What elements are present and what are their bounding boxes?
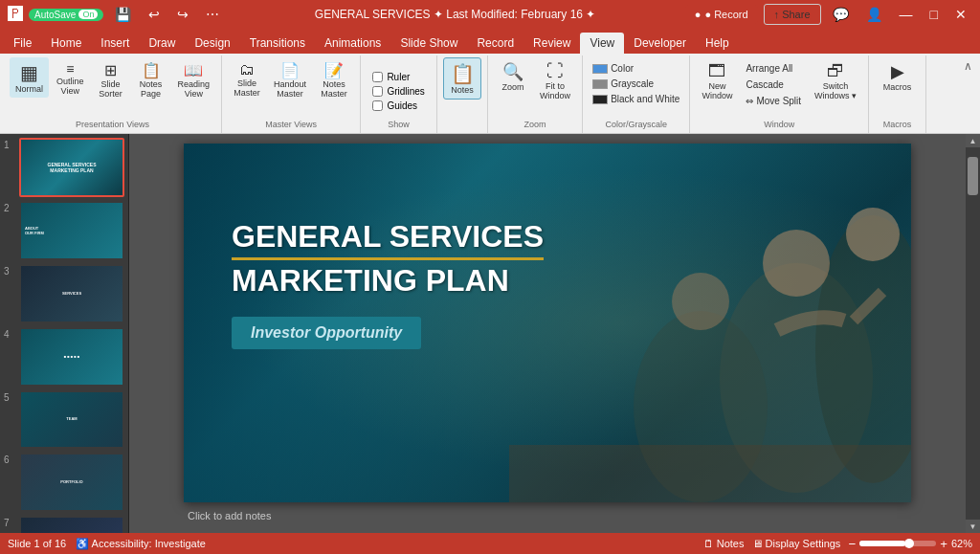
color-button[interactable]: Color (589, 61, 637, 76)
close-button[interactable]: ✕ (949, 5, 972, 24)
autosave-toggle[interactable]: On (78, 10, 98, 19)
show-group: Ruler Gridlines Guides Show (361, 55, 437, 133)
notes-button[interactable]: 📋 Notes (443, 57, 481, 100)
zoom-out-button[interactable]: − (848, 537, 856, 551)
normal-view-button[interactable]: ▦ Normal (10, 57, 49, 98)
slide-thumb-3[interactable]: 3 SERVICES (4, 264, 124, 323)
guides-checkbox[interactable]: Guides (372, 100, 417, 111)
cascade-button[interactable]: Cascade (742, 78, 805, 92)
new-window-button[interactable]: 🗔 NewWindow (696, 57, 738, 104)
display-settings-icon: 🖥 (752, 538, 763, 549)
gridlines-checkbox[interactable]: Gridlines (372, 86, 424, 97)
redo-button[interactable]: ↪ (171, 5, 194, 24)
zoom-slider-thumb[interactable] (904, 539, 914, 548)
zoom-button[interactable]: 🔍 Zoom (494, 57, 532, 96)
tab-developer[interactable]: Developer (624, 33, 696, 54)
outline-view-button[interactable]: ≡ OutlineView (51, 57, 90, 100)
tab-slideshow[interactable]: Slide Show (390, 33, 467, 54)
tab-help[interactable]: Help (696, 33, 739, 54)
master-views-group: 🗂 SlideMaster 📄 HandoutMaster 📝 NotesMas… (222, 55, 361, 133)
notes-status-button[interactable]: 🗒 Notes (703, 538, 745, 549)
zoom-in-button[interactable]: + (940, 537, 947, 551)
svg-rect-6 (509, 445, 911, 502)
zoom-items: 🔍 Zoom ⛶ Fit toWindow (494, 57, 576, 120)
handout-master-icon: 📄 (280, 61, 300, 79)
tab-transitions[interactable]: Transitions (240, 33, 315, 54)
switch-windows-icon: 🗗 (827, 61, 844, 81)
tab-review[interactable]: Review (523, 33, 580, 54)
slide-number-1: 1 (4, 138, 15, 150)
tab-record[interactable]: Record (467, 33, 523, 54)
slide-thumb-6[interactable]: 6 PORTFOLIO (4, 453, 124, 512)
arrange-all-button[interactable]: Arrange All (742, 61, 805, 76)
slide-panel[interactable]: 1 GENERAL SERVICESMARKETING PLAN 2 ABOUT… (0, 134, 129, 533)
gridlines-check[interactable] (372, 86, 383, 97)
grayscale-button[interactable]: Grayscale (589, 77, 657, 91)
slide-master-button[interactable]: 🗂 SlideMaster (228, 57, 266, 101)
slide-sorter-button[interactable]: ⊞ SlideSorter (92, 57, 130, 102)
slide-canvas[interactable]: GENERAL SERVICES MARKETING PLAN Investor… (184, 144, 911, 502)
tab-insert[interactable]: Insert (91, 33, 139, 54)
color-grayscale-group: Color Grayscale Black and White Color/Gr… (583, 55, 690, 133)
move-split-button[interactable]: ⇔ Move Split (742, 94, 805, 108)
slide-thumb-1[interactable]: 1 GENERAL SERVICESMARKETING PLAN (4, 138, 124, 197)
user-button[interactable]: 👤 (860, 5, 888, 24)
black-white-button[interactable]: Black and White (589, 92, 683, 106)
handout-master-label: HandoutMaster (274, 79, 306, 99)
grayscale-swatch (592, 79, 608, 89)
guides-check[interactable] (372, 100, 383, 111)
record-button-top[interactable]: ● ● Record (685, 5, 758, 24)
minimize-button[interactable]: — (894, 5, 919, 24)
title-bar-left: 🅿 AutoSave On 💾 ↩ ↪ ⋯ (8, 5, 225, 24)
black-white-label: Black and White (611, 94, 679, 104)
accessibility-text: Accessibility: Investigate (92, 538, 206, 549)
slide-image-6[interactable]: PORTFOLIO (19, 453, 124, 512)
macros-button[interactable]: ▶ Macros (878, 57, 918, 96)
tab-draw[interactable]: Draw (139, 33, 185, 54)
scroll-thumb[interactable] (968, 157, 978, 195)
ruler-checkbox[interactable]: Ruler (372, 72, 410, 82)
notes-master-button[interactable]: 📝 NotesMaster (314, 57, 354, 102)
save-button[interactable]: 💾 (109, 5, 137, 24)
scroll-up-button[interactable]: ▲ (966, 134, 980, 147)
presentation-views-label: Presentation Views (76, 120, 149, 131)
collapse-ribbon-button[interactable]: ∧ (964, 59, 972, 73)
autosave-badge[interactable]: AutoSave On (29, 9, 103, 21)
notes-page-button[interactable]: 📋 NotesPage (132, 57, 170, 102)
comments-button[interactable]: 💬 (827, 5, 855, 24)
tab-home[interactable]: Home (41, 33, 91, 54)
window-title: GENERAL SERVICES ✦ Last Modified: Februa… (315, 8, 595, 21)
maximize-button[interactable]: □ (924, 5, 944, 24)
customize-toolbar-button[interactable]: ⋯ (200, 5, 225, 24)
tab-animations[interactable]: Animations (315, 33, 390, 54)
notes-area[interactable]: Click to add notes (184, 508, 911, 523)
slide-image-1[interactable]: GENERAL SERVICESMARKETING PLAN (19, 138, 124, 197)
switch-windows-button[interactable]: 🗗 SwitchWindows ▾ (809, 57, 862, 104)
slide-number-6: 6 (4, 453, 15, 465)
undo-button[interactable]: ↩ (143, 5, 166, 24)
tab-view[interactable]: View (580, 33, 624, 54)
notes-placeholder-text: Click to add notes (188, 510, 271, 521)
zoom-slider[interactable] (859, 541, 936, 546)
color-label: Color (611, 63, 634, 74)
slide-image-7[interactable]: CONTACT (19, 516, 124, 533)
tab-file[interactable]: File (4, 33, 41, 54)
display-settings-button[interactable]: 🖥 Display Settings (752, 538, 841, 549)
tab-design[interactable]: Design (185, 33, 239, 54)
slide-image-4[interactable]: ■ ■ ■ ■ ■ (19, 327, 124, 387)
slide-thumb-7[interactable]: 7 CONTACT (4, 516, 124, 533)
scroll-track[interactable] (966, 147, 980, 520)
ruler-check[interactable] (372, 72, 383, 82)
slide-image-5[interactable]: TEAM (19, 390, 124, 450)
slide-image-3[interactable]: SERVICES (19, 264, 124, 323)
fit-to-window-button[interactable]: ⛶ Fit toWindow (534, 57, 576, 104)
slide-image-2[interactable]: ABOUTOUR FIRM (19, 201, 124, 260)
reading-view-button[interactable]: 📖 ReadingView (172, 57, 216, 102)
window-group: 🗔 NewWindow Arrange All Cascade ⇔ Move S… (690, 55, 869, 133)
scroll-down-button[interactable]: ▼ (966, 520, 980, 533)
slide-thumb-5[interactable]: 5 TEAM (4, 390, 124, 450)
slide-thumb-2[interactable]: 2 ABOUTOUR FIRM (4, 201, 124, 260)
handout-master-button[interactable]: 📄 HandoutMaster (268, 57, 312, 102)
slide-thumb-4[interactable]: 4 ■ ■ ■ ■ ■ (4, 327, 124, 387)
share-button[interactable]: ↑ Share (764, 4, 821, 25)
